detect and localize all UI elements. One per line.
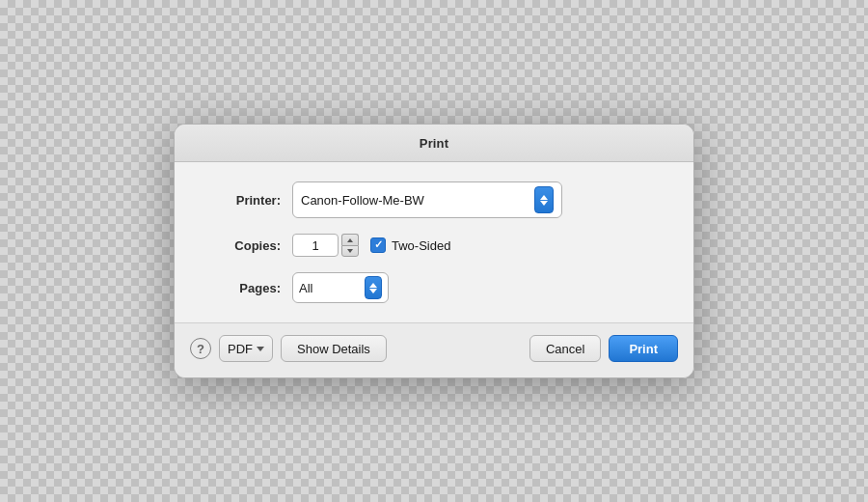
copies-input[interactable] xyxy=(292,234,339,257)
show-details-button[interactable]: Show Details xyxy=(281,335,387,362)
copies-row: Copies: ✓ Two-Sided xyxy=(203,234,665,257)
pdf-dropdown-icon xyxy=(257,347,264,351)
pages-select-value: All xyxy=(299,281,312,295)
pages-select[interactable]: All xyxy=(292,272,389,303)
dialog-body: Printer: Canon-Follow-Me-BW Copies: xyxy=(175,162,693,322)
copies-stepper[interactable] xyxy=(341,234,359,257)
pdf-label: PDF xyxy=(228,342,253,356)
print-dialog: Print Printer: Canon-Follow-Me-BW Copies… xyxy=(174,124,694,378)
pages-stepper[interactable] xyxy=(365,276,382,299)
copies-stepper-up[interactable] xyxy=(341,234,359,245)
pages-stepper-down-icon xyxy=(369,289,377,293)
pages-stepper-up-icon xyxy=(369,283,377,288)
printer-row: Printer: Canon-Follow-Me-BW xyxy=(203,181,665,218)
dialog-titlebar: Print xyxy=(175,125,693,162)
two-sided-checkbox[interactable]: ✓ xyxy=(370,237,386,253)
pages-label: Pages: xyxy=(203,281,281,295)
copies-down-icon xyxy=(347,249,353,253)
checkmark-icon: ✓ xyxy=(374,239,383,250)
copies-up-icon xyxy=(347,238,353,242)
copies-stepper-down[interactable] xyxy=(341,245,359,257)
help-button[interactable]: ? xyxy=(190,338,211,359)
printer-stepper-up-icon xyxy=(540,195,548,200)
two-sided-label: Two-Sided xyxy=(392,238,450,253)
pages-row: Pages: All xyxy=(203,272,665,303)
printer-select-value: Canon-Follow-Me-BW xyxy=(301,193,424,208)
printer-stepper-down-icon xyxy=(540,201,548,206)
printer-label: Printer: xyxy=(203,193,281,208)
printer-select[interactable]: Canon-Follow-Me-BW xyxy=(292,181,562,218)
copies-label: Copies: xyxy=(203,238,281,253)
print-button[interactable]: Print xyxy=(609,335,678,362)
dialog-title: Print xyxy=(420,136,448,151)
dialog-footer: ? PDF Show Details Cancel Print xyxy=(175,322,693,377)
cancel-button[interactable]: Cancel xyxy=(529,335,601,362)
dialog-shadow: Print Printer: Canon-Follow-Me-BW Copies… xyxy=(174,124,694,378)
two-sided-wrapper: ✓ Two-Sided xyxy=(370,237,450,253)
pdf-button[interactable]: PDF xyxy=(219,335,273,362)
printer-stepper[interactable] xyxy=(534,186,554,213)
